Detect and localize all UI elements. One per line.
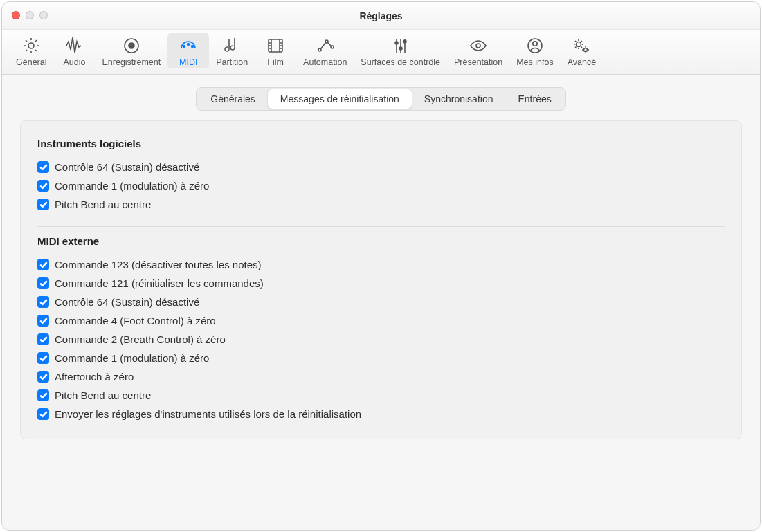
- automation-icon: [316, 35, 335, 56]
- toolbar-item-label: MIDI: [179, 57, 197, 67]
- checkbox-label: Pitch Bend au centre: [55, 389, 151, 401]
- score-icon: [222, 35, 242, 56]
- checkbox-label: Contrôle 64 (Sustain) désactivé: [55, 161, 199, 173]
- checkbox[interactable]: [37, 259, 49, 270]
- toolbar-item-enregistrement[interactable]: Enregistrement: [95, 33, 167, 68]
- checkbox-row: Pitch Bend au centre: [37, 195, 725, 214]
- tab-synchronisation[interactable]: Synchronisation: [412, 89, 506, 109]
- toolbar-item-label: Mes infos: [516, 57, 554, 67]
- window-zoom-button[interactable]: [39, 11, 48, 19]
- toolbar-item-label: Automation: [303, 57, 347, 67]
- midi-icon: [179, 35, 198, 56]
- checkbox-label: Aftertouch à zéro: [55, 371, 134, 383]
- checkbox-row: Commande 2 (Breath Control) à zéro: [37, 330, 725, 349]
- section-title: MIDI externe: [37, 235, 725, 247]
- checkbox-row: Commande 123 (désactiver toutes les note…: [37, 255, 725, 274]
- toolbar-item-surfaces-de-contr-le[interactable]: Surfaces de contrôle: [354, 33, 447, 68]
- window-close-button[interactable]: [12, 11, 20, 19]
- toolbar-item-pr-sentation[interactable]: Présentation: [447, 33, 509, 68]
- film-icon: [266, 35, 285, 56]
- checkbox-row: Commande 1 (modulation) à zéro: [37, 349, 725, 367]
- checkbox-row: Contrôle 64 (Sustain) désactivé: [37, 293, 725, 311]
- checkbox-label: Contrôle 64 (Sustain) désactivé: [55, 296, 199, 308]
- checkbox[interactable]: [37, 408, 49, 420]
- checkbox[interactable]: [37, 277, 49, 289]
- waveform-icon: [64, 35, 84, 56]
- gear-icon: [21, 35, 41, 56]
- tab-entr-es[interactable]: Entrées: [505, 89, 563, 109]
- toolbar-item-label: Présentation: [454, 57, 502, 67]
- checkbox[interactable]: [37, 161, 49, 173]
- checkbox-label: Commande 121 (réinitialiser les commande…: [55, 277, 264, 289]
- checkbox-label: Commande 4 (Foot Control) à zéro: [55, 315, 216, 327]
- toolbar: GénéralAudioEnregistrementMIDIPartitionF…: [2, 30, 760, 75]
- toolbar-item-midi[interactable]: MIDI: [167, 33, 209, 68]
- checkbox-row: Commande 121 (réinitialiser les commande…: [37, 274, 725, 293]
- checkbox-row: Commande 1 (modulation) à zéro: [37, 176, 725, 195]
- segmented-control: GénéralesMessages de réinitialisationSyn…: [196, 87, 565, 111]
- toolbar-item-film[interactable]: Film: [255, 33, 296, 68]
- checkbox[interactable]: [37, 352, 49, 364]
- toolbar-item-label: Avancé: [568, 57, 596, 67]
- toolbar-item-partition[interactable]: Partition: [209, 33, 255, 68]
- eye-icon: [469, 35, 488, 56]
- checkbox-label: Envoyer les réglages d'instruments utili…: [55, 408, 361, 420]
- settings-panel: Instruments logicielsContrôle 64 (Sustai…: [20, 120, 742, 439]
- toolbar-item-automation[interactable]: Automation: [296, 33, 354, 68]
- checkbox-label: Commande 123 (désactiver toutes les note…: [55, 259, 261, 270]
- gears-icon: [572, 35, 591, 56]
- checkbox[interactable]: [37, 389, 49, 401]
- tab-messages-de-r-initialisation[interactable]: Messages de réinitialisation: [268, 89, 412, 109]
- traffic-lights: [12, 11, 48, 19]
- toolbar-item-label: Partition: [216, 57, 248, 67]
- checkbox[interactable]: [37, 315, 49, 327]
- section-title: Instruments logiciels: [37, 138, 725, 149]
- checkbox[interactable]: [37, 180, 49, 192]
- sliders-icon: [391, 35, 410, 56]
- toolbar-item-g-n-ral[interactable]: Général: [9, 33, 53, 68]
- tab-g-n-rales[interactable]: Générales: [198, 89, 268, 109]
- checkbox-label: Commande 1 (modulation) à zéro: [55, 352, 209, 364]
- record-icon: [122, 35, 141, 56]
- toolbar-item-label: Général: [16, 57, 46, 67]
- checkbox[interactable]: [37, 333, 49, 345]
- window-title: Réglages: [359, 10, 402, 21]
- window-minimize-button[interactable]: [26, 11, 34, 19]
- toolbar-item-label: Audio: [63, 57, 85, 67]
- checkbox-row: Aftertouch à zéro: [37, 367, 725, 386]
- checkbox-row: Contrôle 64 (Sustain) désactivé: [37, 158, 725, 176]
- checkbox-label: Commande 2 (Breath Control) à zéro: [55, 333, 226, 345]
- content-area: GénéralesMessages de réinitialisationSyn…: [2, 75, 760, 530]
- checkbox-row: Commande 4 (Foot Control) à zéro: [37, 311, 725, 330]
- checkbox[interactable]: [37, 371, 49, 383]
- checkbox[interactable]: [37, 296, 49, 308]
- checkbox-row: Pitch Bend au centre: [37, 386, 725, 405]
- checkbox-row: Envoyer les réglages d'instruments utili…: [37, 405, 725, 423]
- checkbox-label: Pitch Bend au centre: [55, 199, 151, 210]
- toolbar-item-mes-infos[interactable]: Mes infos: [509, 33, 561, 68]
- toolbar-item-label: Film: [267, 57, 284, 67]
- user-icon: [525, 35, 545, 56]
- subnav: GénéralesMessages de réinitialisationSyn…: [20, 87, 742, 111]
- section-divider: [37, 226, 725, 227]
- checkbox-label: Commande 1 (modulation) à zéro: [55, 180, 209, 192]
- toolbar-item-audio[interactable]: Audio: [53, 33, 95, 68]
- titlebar: Réglages: [2, 2, 760, 30]
- toolbar-item-avanc-[interactable]: Avancé: [561, 33, 603, 68]
- checkbox[interactable]: [37, 199, 49, 210]
- settings-window: Réglages GénéralAudioEnregistrementMIDIP…: [1, 1, 761, 531]
- toolbar-item-label: Enregistrement: [102, 57, 161, 67]
- toolbar-item-label: Surfaces de contrôle: [361, 57, 440, 67]
